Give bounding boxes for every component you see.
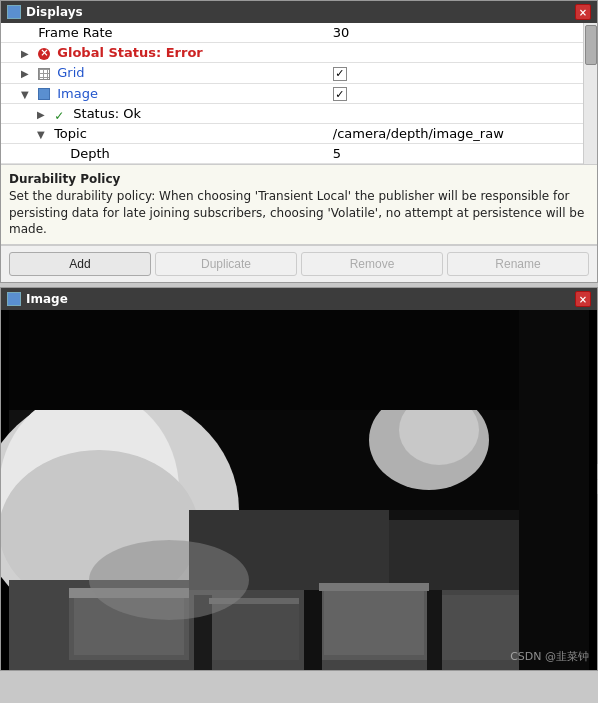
info-text: Set the durability policy: When choosing…	[9, 189, 584, 237]
expand-arrow: ▶	[21, 68, 31, 79]
add-button[interactable]: Add	[9, 252, 151, 276]
image-panel: Image ×	[0, 287, 598, 671]
displays-title: Displays	[26, 5, 83, 19]
titlebar-left: Displays	[7, 5, 83, 19]
row-value-text: 5	[333, 146, 341, 161]
row-label: ▶ Global Status: Error	[1, 43, 329, 63]
svg-point-25	[89, 540, 249, 620]
grid-icon	[38, 68, 50, 80]
expand-arrow: ▶	[37, 109, 47, 120]
table-row[interactable]: Frame Rate 30	[1, 23, 597, 43]
image-viewport: CSDN @韭菜钟	[1, 310, 597, 670]
image-title-icon	[7, 292, 21, 306]
svg-rect-13	[324, 590, 424, 655]
svg-rect-16	[304, 590, 322, 670]
row-label-text: Status: Ok	[73, 106, 141, 121]
info-title: Durability Policy	[9, 172, 120, 186]
row-label-text: Image	[57, 86, 98, 101]
image-titlebar: Image ×	[1, 288, 597, 310]
image-close-button[interactable]: ×	[575, 291, 591, 307]
rename-button[interactable]: Rename	[447, 252, 589, 276]
table-row[interactable]: ▶ Global Status: Error	[1, 43, 597, 63]
svg-rect-24	[519, 310, 589, 670]
row-value: 5	[329, 144, 597, 164]
row-label-text: Grid	[57, 65, 84, 80]
image-type-icon	[38, 88, 50, 100]
table-row[interactable]: Depth 5	[1, 144, 597, 164]
depth-image	[1, 310, 597, 670]
checkbox[interactable]	[333, 87, 347, 101]
displays-close-button[interactable]: ×	[575, 4, 591, 20]
row-label: Frame Rate	[1, 23, 329, 43]
svg-rect-18	[9, 310, 589, 410]
row-label: ▶ ✓ Status: Ok	[1, 104, 329, 124]
row-label: ▶ Grid	[1, 63, 329, 84]
row-label-text: Depth	[70, 146, 110, 161]
row-label-text: Frame Rate	[38, 25, 112, 40]
expand-arrow: ▼	[21, 89, 31, 100]
check-icon: ✓	[54, 109, 66, 121]
row-value-text: 30	[333, 25, 350, 40]
svg-rect-22	[319, 583, 429, 591]
row-label-text: Topic	[54, 126, 87, 141]
row-value[interactable]	[329, 63, 597, 84]
row-value	[329, 43, 597, 63]
error-icon	[38, 48, 50, 60]
watermark: CSDN @韭菜钟	[510, 649, 589, 664]
scrollbar-thumb[interactable]	[585, 25, 597, 65]
row-label: ▼ Image	[1, 83, 329, 104]
scrollbar-track[interactable]	[583, 23, 597, 164]
image-title: Image	[26, 292, 68, 306]
image-titlebar-left: Image	[7, 292, 68, 306]
row-value[interactable]	[329, 83, 597, 104]
displays-tree-container: Frame Rate 30 ▶ Global Status: Error	[1, 23, 597, 164]
table-row[interactable]: ▶ ✓ Status: Ok	[1, 104, 597, 124]
displays-titlebar: Displays ×	[1, 1, 597, 23]
row-value	[329, 104, 597, 124]
expand-arrow: ▼	[37, 129, 47, 140]
info-box: Durability Policy Set the durability pol…	[1, 164, 597, 245]
row-value-text: /camera/depth/image_raw	[333, 126, 504, 141]
table-row[interactable]: ▼ Image	[1, 83, 597, 104]
displays-tree-table: Frame Rate 30 ▶ Global Status: Error	[1, 23, 597, 164]
displays-title-icon	[7, 5, 21, 19]
svg-rect-14	[439, 595, 519, 660]
table-row[interactable]: ▶ Grid	[1, 63, 597, 84]
expand-arrow: ▶	[21, 48, 31, 59]
remove-button[interactable]: Remove	[301, 252, 443, 276]
row-label: Depth	[1, 144, 329, 164]
table-row[interactable]: ▼ Topic /camera/depth/image_raw	[1, 124, 597, 144]
row-value: 30	[329, 23, 597, 43]
svg-rect-17	[427, 590, 442, 670]
buttons-row: Add Duplicate Remove Rename	[1, 245, 597, 282]
duplicate-button[interactable]: Duplicate	[155, 252, 297, 276]
row-label-text: Global Status: Error	[57, 45, 202, 60]
checkbox[interactable]	[333, 67, 347, 81]
displays-panel: Displays × Frame Rate 30	[0, 0, 598, 283]
row-value: /camera/depth/image_raw	[329, 124, 597, 144]
row-label: ▼ Topic	[1, 124, 329, 144]
